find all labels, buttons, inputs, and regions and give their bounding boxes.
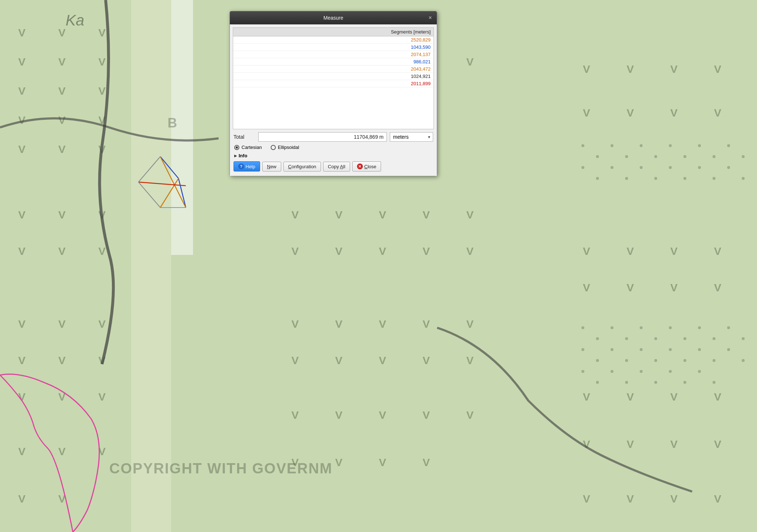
copy-all-button[interactable]: Copy All	[323, 162, 350, 172]
svg-text:V: V	[583, 281, 590, 293]
svg-text:V: V	[98, 318, 106, 330]
svg-text:V: V	[627, 391, 634, 403]
svg-point-58	[683, 381, 686, 384]
svg-text:V: V	[18, 493, 26, 505]
copy-all-label: Copy All	[328, 164, 345, 169]
svg-text:V: V	[670, 245, 678, 257]
svg-point-57	[669, 370, 672, 373]
svg-text:V: V	[379, 354, 386, 366]
svg-text:V: V	[466, 245, 474, 257]
svg-point-52	[596, 381, 599, 384]
svg-point-47	[698, 348, 701, 351]
configuration-label: Configuration	[288, 164, 316, 169]
svg-text:V: V	[58, 209, 66, 221]
svg-text:V: V	[423, 245, 430, 257]
info-row[interactable]: ▶ Info	[233, 153, 434, 158]
new-button[interactable]: New	[262, 162, 281, 172]
configuration-button[interactable]: Configuration	[283, 162, 321, 172]
svg-text:V: V	[98, 85, 106, 97]
svg-point-46	[683, 359, 686, 362]
svg-point-49	[727, 348, 730, 351]
svg-point-56	[654, 381, 657, 384]
svg-point-5	[611, 144, 613, 147]
info-label: Info	[239, 153, 247, 158]
svg-point-38	[742, 337, 745, 340]
svg-point-59	[698, 370, 701, 373]
segment-row: 2011,899	[233, 80, 434, 87]
svg-text:V: V	[583, 107, 590, 119]
segment-row: 2520,829	[233, 36, 434, 44]
help-button[interactable]: ? Help	[234, 161, 260, 172]
svg-text:V: V	[466, 354, 474, 366]
svg-text:V: V	[714, 493, 721, 505]
svg-text:V: V	[627, 107, 634, 119]
radio-row: Cartesian Ellipsoidal	[233, 145, 434, 150]
svg-point-3	[581, 144, 584, 147]
ellipsoidal-radio[interactable]: Ellipsoidal	[271, 145, 299, 150]
svg-text:V: V	[291, 245, 299, 257]
svg-text:V: V	[58, 354, 66, 366]
svg-text:V: V	[379, 409, 386, 421]
svg-text:V: V	[714, 107, 721, 119]
segment-rows-container: 2520,8291043,5902074,137986,0212043,4721…	[233, 36, 434, 87]
help-icon: ?	[238, 163, 244, 169]
svg-text:V: V	[379, 456, 386, 468]
dialog-titlebar: Measure ×	[230, 11, 437, 24]
svg-text:V: V	[291, 318, 299, 330]
svg-text:V: V	[466, 56, 474, 68]
svg-text:V: V	[291, 209, 299, 221]
svg-text:V: V	[670, 493, 678, 505]
svg-point-22	[683, 177, 686, 180]
close-button[interactable]: ✕ Close	[352, 161, 381, 172]
svg-text:V: V	[627, 438, 634, 450]
unit-dropdown-wrapper[interactable]: meterskilometersfeetyardsmilesnautical m…	[390, 132, 433, 142]
svg-text:V: V	[58, 56, 66, 68]
segment-row: 2043,472	[233, 66, 434, 73]
svg-text:V: V	[98, 245, 106, 257]
svg-point-33	[669, 326, 672, 329]
svg-text:V: V	[18, 27, 26, 39]
ellipsoidal-label: Ellipsoidal	[278, 145, 299, 150]
svg-point-54	[625, 381, 628, 384]
svg-point-45	[669, 348, 672, 351]
svg-point-12	[713, 155, 715, 158]
svg-text:V: V	[714, 438, 721, 450]
svg-text:V: V	[423, 354, 430, 366]
svg-text:V: V	[58, 445, 66, 457]
svg-text:V: V	[335, 245, 342, 257]
svg-point-29	[611, 326, 613, 329]
svg-text:V: V	[423, 209, 430, 221]
titlebar-close-button[interactable]: ×	[427, 14, 434, 21]
svg-text:V: V	[379, 209, 386, 221]
svg-point-7	[640, 144, 643, 147]
svg-text:V: V	[58, 114, 66, 126]
segment-row: 1024,921	[233, 73, 434, 80]
cartesian-radio-circle	[234, 145, 239, 150]
help-label: Help	[246, 164, 255, 169]
unit-dropdown[interactable]: meterskilometersfeetyardsmilesnautical m…	[390, 132, 433, 142]
total-label: Total	[234, 134, 255, 140]
svg-text:V: V	[714, 245, 721, 257]
svg-text:V: V	[58, 143, 66, 155]
svg-point-15	[581, 166, 584, 169]
svg-text:V: V	[466, 409, 474, 421]
svg-point-4	[596, 155, 599, 158]
svg-text:V: V	[58, 27, 66, 39]
svg-text:V: V	[583, 391, 590, 403]
svg-point-30	[625, 337, 628, 340]
segment-row: 986,021	[233, 58, 434, 66]
svg-point-40	[596, 359, 599, 362]
svg-text:V: V	[18, 143, 26, 155]
svg-text:V: V	[18, 318, 26, 330]
svg-point-14	[742, 155, 745, 158]
svg-text:V: V	[335, 318, 342, 330]
svg-text:V: V	[423, 456, 430, 468]
svg-point-24	[713, 177, 715, 180]
cartesian-radio[interactable]: Cartesian	[234, 145, 262, 150]
svg-point-9	[669, 144, 672, 147]
svg-text:COPYRIGHT WITH GOVERNM: COPYRIGHT WITH GOVERNM	[109, 460, 333, 476]
svg-text:V: V	[18, 85, 26, 97]
button-row: ? Help New Configuration Copy All ✕ Clos…	[233, 161, 434, 173]
close-label: Close	[364, 164, 376, 169]
svg-text:V: V	[670, 438, 678, 450]
